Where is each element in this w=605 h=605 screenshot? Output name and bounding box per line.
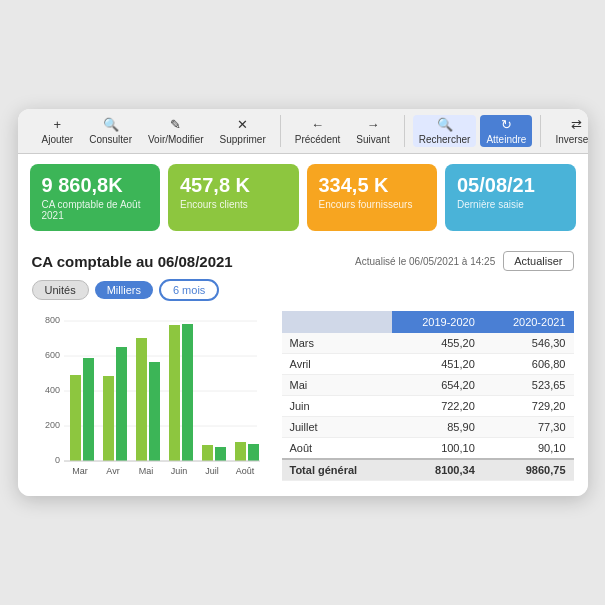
chart-container: 800 600 400 200 0 — [32, 311, 272, 486]
filter-milliers[interactable]: Milliers — [95, 281, 153, 299]
kpi-clients-value: 457,8 K — [180, 174, 287, 197]
svg-text:Mar: Mar — [72, 466, 88, 476]
magnify-icon: 🔍 — [437, 117, 453, 132]
toolbar-group-search: 🔍 Rechercher ↻ Atteindre — [405, 115, 542, 147]
table-cell-label: Juin — [282, 396, 393, 417]
delete-icon: ✕ — [237, 117, 248, 132]
kpi-clients-label: Encours clients — [180, 199, 287, 210]
bar-avr-2021 — [116, 347, 127, 461]
content-grid: 800 600 400 200 0 — [32, 311, 574, 486]
table-cell-col1: 654,20 — [392, 375, 483, 396]
table-cell-label: Juillet — [282, 417, 393, 438]
search-icon: 🔍 — [103, 117, 119, 132]
table-row: Mai 654,20 523,65 — [282, 375, 574, 396]
bar-aout-2020 — [235, 442, 246, 461]
actualiser-button[interactable]: Actualiser — [503, 251, 573, 271]
kpi-card-fournisseurs: 334,5 K Encours fournisseurs — [307, 164, 438, 231]
table-header-label — [282, 311, 393, 333]
bar-juin-2021 — [182, 324, 193, 461]
table-cell-label: Mars — [282, 333, 393, 354]
table-row: Juillet 85,90 77,30 — [282, 417, 574, 438]
toolbar-supprimer[interactable]: ✕ Supprimer — [214, 115, 272, 147]
bar-aout-2021 — [248, 444, 259, 461]
svg-text:Juin: Juin — [170, 466, 187, 476]
data-table: 2019-2020 2020-2021 Mars 455,20 546,30 A… — [282, 311, 574, 481]
table-cell-col1: 722,20 — [392, 396, 483, 417]
table-cell-col1: 455,20 — [392, 333, 483, 354]
toolbar-precedent[interactable]: ← Précédent — [289, 115, 347, 147]
toolbar-inverseur[interactable]: ⇄ Inverseur — [549, 115, 587, 147]
kpi-ca-label: CA comptable de Août 2021 — [42, 199, 149, 221]
kpi-card-clients: 457,8 K Encours clients — [168, 164, 299, 231]
filter-row: Unités Milliers 6 mois — [32, 279, 574, 301]
table-total-col2: 9860,75 — [483, 459, 574, 481]
next-icon: → — [366, 117, 379, 132]
kpi-card-date: 05/08/21 Dernière saisie — [445, 164, 576, 231]
bar-juil-2020 — [202, 445, 213, 461]
toolbar-group-nav: ← Précédent → Suivant — [281, 115, 405, 147]
bar-mar-2020 — [70, 375, 81, 461]
table-cell-label: Mai — [282, 375, 393, 396]
bar-mai-2020 — [136, 338, 147, 461]
table-row: Juin 722,20 729,20 — [282, 396, 574, 417]
kpi-fournisseurs-value: 334,5 K — [319, 174, 426, 197]
svg-text:Juil: Juil — [205, 466, 219, 476]
svg-text:Avr: Avr — [106, 466, 119, 476]
toolbar-consulter[interactable]: 🔍 Consulter — [83, 115, 138, 147]
toolbar: + Ajouter 🔍 Consulter ✎ Voir/Modifier ✕ … — [18, 109, 588, 154]
table-cell-col1: 85,90 — [392, 417, 483, 438]
table-row: Mars 455,20 546,30 — [282, 333, 574, 354]
table-cell-col1: 100,10 — [392, 438, 483, 460]
update-info: Actualisé le 06/05/2021 à 14:25 Actualis… — [355, 251, 573, 271]
toolbar-ajouter[interactable]: + Ajouter — [36, 115, 80, 147]
filter-6mois[interactable]: 6 mois — [159, 279, 219, 301]
table-header-2021: 2020-2021 — [483, 311, 574, 333]
table-cell-col2: 729,20 — [483, 396, 574, 417]
svg-text:0: 0 — [54, 455, 59, 465]
bar-juil-2021 — [215, 447, 226, 461]
table-total-row: Total général 8100,34 9860,75 — [282, 459, 574, 481]
table-total-label: Total général — [282, 459, 393, 481]
bar-chart: 800 600 400 200 0 — [32, 311, 272, 486]
toolbar-group-invert: ⇄ Inverseur — [541, 115, 587, 147]
table-cell-col2: 546,30 — [483, 333, 574, 354]
table-row: Avril 451,20 606,80 — [282, 354, 574, 375]
goto-icon: ↻ — [501, 117, 512, 132]
kpi-date-value: 05/08/21 — [457, 174, 564, 197]
table-cell-label: Avril — [282, 354, 393, 375]
filter-unites[interactable]: Unités — [32, 280, 89, 300]
update-text: Actualisé le 06/05/2021 à 14:25 — [355, 256, 495, 267]
svg-text:Mai: Mai — [138, 466, 153, 476]
chart-area: 800 600 400 200 0 — [32, 311, 272, 486]
invert-icon: ⇄ — [571, 117, 582, 132]
table-cell-col2: 90,10 — [483, 438, 574, 460]
main-window: + Ajouter 🔍 Consulter ✎ Voir/Modifier ✕ … — [18, 109, 588, 496]
bar-avr-2020 — [103, 376, 114, 461]
plus-icon: + — [54, 117, 62, 132]
bar-mai-2021 — [149, 362, 160, 461]
table-total-col1: 8100,34 — [392, 459, 483, 481]
table-cell-col1: 451,20 — [392, 354, 483, 375]
bar-mar-2021 — [83, 358, 94, 461]
section-title: CA comptable au 06/08/2021 — [32, 253, 233, 270]
table-row: Août 100,10 90,10 — [282, 438, 574, 460]
toolbar-rechercher[interactable]: 🔍 Rechercher — [413, 115, 477, 147]
svg-text:800: 800 — [44, 315, 59, 325]
toolbar-group-crud: + Ajouter 🔍 Consulter ✎ Voir/Modifier ✕ … — [28, 115, 281, 147]
section-header: CA comptable au 06/08/2021 Actualisé le … — [32, 251, 574, 271]
kpi-card-ca: 9 860,8K CA comptable de Août 2021 — [30, 164, 161, 231]
table-container: 2019-2020 2020-2021 Mars 455,20 546,30 A… — [282, 311, 574, 481]
table-cell-col2: 77,30 — [483, 417, 574, 438]
main-content: CA comptable au 06/08/2021 Actualisé le … — [18, 241, 588, 496]
toolbar-atteindre[interactable]: ↻ Atteindre — [480, 115, 532, 147]
kpi-row: 9 860,8K CA comptable de Août 2021 457,8… — [18, 154, 588, 241]
toolbar-suivant[interactable]: → Suivant — [350, 115, 395, 147]
table-cell-col2: 523,65 — [483, 375, 574, 396]
kpi-date-label: Dernière saisie — [457, 199, 564, 210]
toolbar-modifier[interactable]: ✎ Voir/Modifier — [142, 115, 210, 147]
table-cell-label: Août — [282, 438, 393, 460]
kpi-fournisseurs-label: Encours fournisseurs — [319, 199, 426, 210]
svg-text:Août: Août — [235, 466, 254, 476]
bar-juin-2020 — [169, 325, 180, 461]
svg-text:400: 400 — [44, 385, 59, 395]
